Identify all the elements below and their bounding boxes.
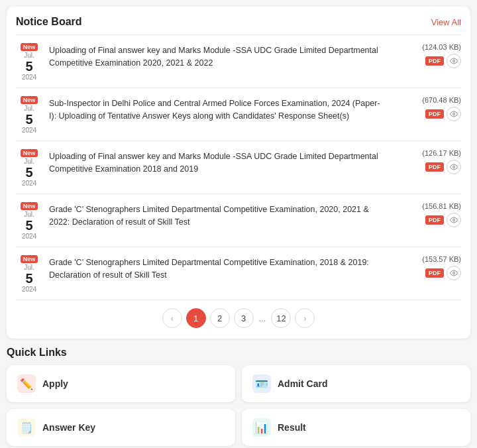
date-month: Jul.: [24, 211, 34, 218]
new-badge: New: [21, 202, 38, 210]
notice-size: (126.17 KB): [422, 149, 461, 157]
notice-board: Notice Board View All New Jul. 5 2024 Up…: [7, 7, 470, 339]
date-year: 2024: [22, 286, 36, 293]
eye-icon[interactable]: [447, 107, 461, 121]
date-day: 5: [25, 112, 32, 127]
svg-point-1: [453, 113, 455, 115]
notice-content: Grade 'C' Stenographers Limited Departme…: [49, 201, 382, 229]
notice-date-block: New Jul. 5 2024: [16, 254, 42, 293]
notice-board-header: Notice Board View All: [16, 16, 461, 28]
result-card[interactable]: 📊 Result: [242, 409, 470, 446]
date-year: 2024: [22, 180, 36, 187]
date-day: 5: [25, 218, 32, 233]
page-2-button[interactable]: 2: [210, 308, 230, 328]
notice-item: New Jul. 5 2024 Uploading of Final answe…: [16, 141, 461, 194]
notice-list: New Jul. 5 2024 Uploading of Final answe…: [16, 34, 461, 300]
notice-item: New Jul. 5 2024 Uploading of Final answe…: [16, 35, 461, 88]
new-badge: New: [21, 149, 38, 157]
svg-point-3: [453, 219, 455, 221]
page-12-button[interactable]: 12: [271, 308, 291, 328]
next-page-button[interactable]: ›: [295, 308, 315, 328]
pagination-dots: ...: [258, 313, 268, 323]
notice-item: New Jul. 5 2024 Grade 'C' Stenographers …: [16, 247, 461, 300]
date-year: 2024: [22, 233, 36, 240]
admit-card-card[interactable]: 🪪 Admit Card: [242, 365, 470, 402]
notice-meta: (153.57 KB) PDF: [388, 254, 461, 280]
notice-content: Sub-Inspector in Delhi Police and Centra…: [49, 95, 382, 123]
page-wrapper: Notice Board View All New Jul. 5 2024 Up…: [0, 7, 477, 448]
date-day: 5: [25, 59, 32, 74]
svg-point-0: [453, 60, 455, 62]
date-day: 5: [25, 271, 32, 286]
view-all-link[interactable]: View All: [431, 17, 461, 27]
pdf-badge[interactable]: PDF: [425, 109, 444, 119]
notice-size: (156.81 KB): [422, 202, 461, 210]
notice-date-block: New Jul. 5 2024: [16, 201, 42, 240]
notice-content: Uploading of Final answer key and Marks …: [49, 148, 382, 176]
notice-actions: PDF: [425, 54, 461, 68]
page-3-button[interactable]: 3: [234, 308, 254, 328]
eye-icon[interactable]: [447, 213, 461, 227]
eye-icon[interactable]: [447, 54, 461, 68]
date-month: Jul.: [24, 158, 34, 165]
notice-size: (153.57 KB): [422, 255, 461, 263]
notice-meta: (126.17 KB) PDF: [388, 148, 461, 174]
notice-date-block: New Jul. 5 2024: [16, 95, 42, 134]
eye-icon[interactable]: [447, 266, 461, 280]
quick-links-section: Quick Links ✏️ Apply 🪪 Admit Card 🗒️ Ans…: [7, 347, 470, 446]
notice-content: Uploading of Final answer key and Marks …: [49, 42, 382, 70]
admit-card-label: Admit Card: [278, 378, 327, 389]
date-year: 2024: [22, 74, 36, 81]
notice-meta: (156.81 KB) PDF: [388, 201, 461, 227]
new-badge: New: [21, 96, 38, 104]
date-year: 2024: [22, 127, 36, 134]
notice-date-block: New Jul. 5 2024: [16, 148, 42, 187]
notice-content: Grade 'C' Stenographers Limited Departme…: [49, 254, 382, 282]
answer-key-label: Answer Key: [42, 422, 95, 433]
date-month: Jul.: [24, 52, 34, 59]
pdf-badge[interactable]: PDF: [425, 215, 444, 225]
pdf-badge[interactable]: PDF: [425, 268, 444, 278]
answer-key-icon: 🗒️: [17, 418, 36, 437]
notice-meta: (670.48 KB) PDF: [388, 95, 461, 121]
apply-icon: ✏️: [17, 374, 36, 393]
new-badge: New: [21, 43, 38, 51]
notice-date-block: New Jul. 5 2024: [16, 42, 42, 81]
date-month: Jul.: [24, 105, 34, 112]
answer-key-card[interactable]: 🗒️ Answer Key: [7, 409, 235, 446]
eye-icon[interactable]: [447, 160, 461, 174]
svg-point-4: [453, 272, 455, 274]
prev-page-button[interactable]: ‹: [162, 308, 182, 328]
apply-label: Apply: [42, 378, 68, 389]
result-icon: 📊: [252, 418, 271, 437]
result-label: Result: [278, 422, 306, 433]
page-1-button[interactable]: 1: [186, 308, 206, 328]
notice-item: New Jul. 5 2024 Grade 'C' Stenographers …: [16, 194, 461, 247]
notice-item: New Jul. 5 2024 Sub-Inspector in Delhi P…: [16, 88, 461, 141]
notice-meta: (124.03 KB) PDF: [388, 42, 461, 68]
notice-board-title: Notice Board: [16, 16, 82, 28]
pdf-badge[interactable]: PDF: [425, 56, 444, 66]
apply-card[interactable]: ✏️ Apply: [7, 365, 235, 402]
svg-point-2: [453, 166, 455, 168]
pagination: ‹ 1 2 3 ... 12 ›: [16, 300, 461, 332]
notice-actions: PDF: [425, 213, 461, 227]
notice-actions: PDF: [425, 107, 461, 121]
notice-size: (124.03 KB): [422, 43, 461, 51]
notice-actions: PDF: [425, 266, 461, 280]
admit-card-icon: 🪪: [252, 374, 271, 393]
new-badge: New: [21, 255, 38, 263]
date-month: Jul.: [24, 264, 34, 271]
date-day: 5: [25, 165, 32, 180]
notice-actions: PDF: [425, 160, 461, 174]
notice-size: (670.48 KB): [422, 96, 461, 104]
quick-links-title: Quick Links: [7, 347, 470, 359]
quick-links-grid: ✏️ Apply 🪪 Admit Card 🗒️ Answer Key 📊 Re…: [7, 365, 470, 446]
pdf-badge[interactable]: PDF: [425, 162, 444, 172]
